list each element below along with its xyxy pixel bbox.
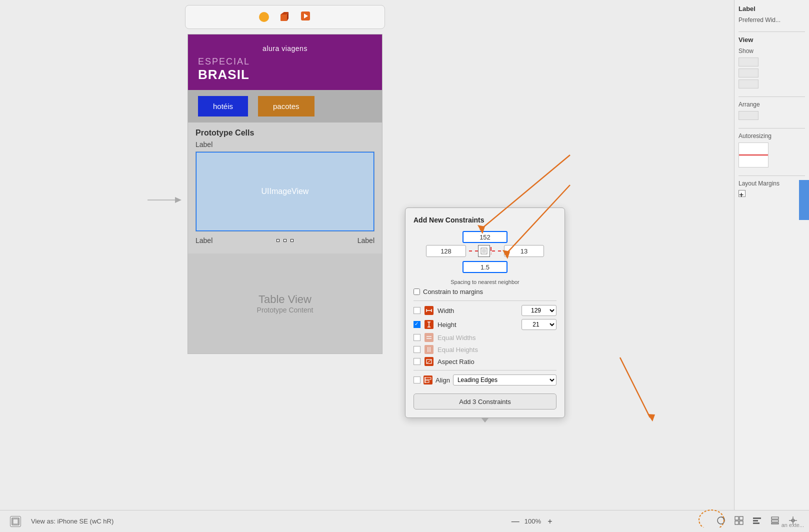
toolbar — [185, 5, 385, 29]
svg-rect-43 — [772, 523, 778, 524]
constrain-margins-label: Constrain to margins — [423, 288, 483, 296]
divider-4 — [738, 176, 805, 176]
layout-margins-section: Layout Margins + — [738, 180, 805, 197]
prototype-cells-title: Prototype Cells — [196, 128, 374, 138]
label-left: Label — [196, 236, 212, 244]
spacing-note: Spacing to nearest neighbor — [414, 279, 556, 285]
zoom-level: 100% — [524, 518, 541, 525]
selection-border — [196, 152, 374, 231]
view-control-2[interactable] — [738, 68, 758, 78]
align-label: Align — [436, 376, 450, 384]
equal-heights-checkbox[interactable] — [414, 346, 420, 353]
height-value-select[interactable]: 21 — [522, 319, 556, 330]
align-checkbox[interactable] — [414, 376, 420, 384]
constrain-margins-checkbox[interactable] — [414, 288, 420, 295]
width-checkbox[interactable] — [414, 307, 420, 314]
width-row: Width 129 — [414, 305, 556, 316]
right-panel: Label Preferred Wid... View Show Arrange… — [734, 0, 809, 532]
equal-widths-checkbox[interactable] — [414, 334, 420, 341]
label-row: Label Label — [196, 234, 374, 248]
table-view-section: Table View Prototype Content — [188, 254, 382, 354]
add-constraints-button[interactable]: Add 3 Constraints — [414, 394, 556, 410]
height-label: Height — [438, 321, 518, 328]
app-header: alura viagens ESPECIAL BRASIL — [188, 34, 382, 90]
play-icon — [300, 10, 311, 24]
left-spacing-input[interactable] — [426, 245, 466, 257]
aspect-ratio-row: Aspect Ratio — [414, 357, 556, 366]
autoresizing-item: Autoresizing — [738, 132, 805, 140]
layout-margins-item: Layout Margins — [738, 180, 805, 187]
height-icon — [424, 320, 434, 329]
aspect-ratio-checkbox[interactable] — [414, 358, 420, 365]
arrange-control[interactable] — [738, 111, 758, 120]
aspect-ratio-icon — [424, 357, 434, 366]
view-section-title: View — [738, 36, 805, 44]
bottom-spacing-input[interactable] — [462, 261, 508, 273]
hoteis-button[interactable]: hotéis — [198, 96, 248, 116]
equal-heights-label: Equal Heights — [438, 346, 556, 354]
divider-3 — [738, 128, 805, 128]
autoresizing-section: Autoresizing — [738, 132, 805, 168]
zoom-minus-button[interactable]: — — [510, 516, 520, 526]
svg-rect-35 — [740, 516, 743, 520]
view-control-3[interactable] — [738, 80, 758, 88]
spacing-middle: ↓ — [426, 245, 544, 257]
grid-icon-button[interactable] — [733, 516, 745, 528]
height-row: Height 21 — [414, 319, 556, 330]
svg-rect-38 — [753, 518, 761, 519]
spacing-top — [462, 231, 508, 243]
autoresizing-box — [738, 142, 768, 168]
spacing-visual: ↓ — [469, 245, 501, 257]
height-checkbox[interactable] — [414, 321, 420, 328]
equal-widths-label: Equal Widths — [438, 334, 556, 342]
iphone-simulator: alura viagens ESPECIAL BRASIL hotéis pac… — [188, 34, 382, 354]
top-spacing-input[interactable] — [462, 231, 508, 243]
arrange-item: Arrange — [738, 101, 805, 108]
bottom-bar: View as: iPhone SE (wC hR) — 100% + — [0, 510, 809, 532]
right-spacing-input[interactable] — [504, 245, 544, 257]
equal-heights-row: Equal Heights — [414, 345, 556, 354]
handle-3 — [290, 239, 294, 242]
divider-1 — [738, 32, 805, 32]
zoom-plus-button[interactable]: + — [545, 516, 555, 526]
view-as-text: View as: iPhone SE (wC hR) — [31, 518, 114, 525]
label-right: Label — [358, 236, 374, 244]
constraints-popup: Add New Constraints ↓ — [405, 208, 565, 418]
svg-line-28 — [620, 358, 650, 418]
equal-widths-icon — [424, 333, 434, 342]
label-section: Label Preferred Wid... — [738, 5, 805, 24]
align-row: Align Leading Edges — [414, 374, 556, 386]
pacotes-button[interactable]: pacotes — [258, 96, 314, 116]
show-control[interactable] — [738, 58, 758, 66]
align-icon-button[interactable] — [751, 516, 763, 528]
arrow-indicator — [148, 194, 182, 208]
align-dropdown[interactable]: Leading Edges — [453, 374, 556, 386]
constrain-to-margins-row: Constrain to margins — [414, 288, 556, 296]
view-section: View Show — [738, 36, 805, 88]
dash-left — [469, 250, 478, 252]
svg-rect-36 — [735, 521, 738, 524]
right-panel-label-title: Label — [738, 5, 805, 12]
blue-accent-bar — [799, 180, 809, 220]
stack-icon-button[interactable] — [769, 516, 781, 528]
red-bar — [739, 154, 768, 156]
aspect-ratio-label: Aspect Ratio — [438, 358, 556, 366]
equal-heights-icon — [424, 345, 434, 354]
show-item: Show — [738, 48, 805, 54]
svg-marker-6 — [175, 197, 182, 203]
svg-rect-21 — [425, 378, 431, 380]
spacing-bottom — [462, 261, 508, 273]
svg-point-47 — [699, 510, 724, 528]
svg-rect-8 — [482, 250, 486, 252]
zoom-controls: — 100% + — [510, 516, 555, 526]
width-value-select[interactable]: 129 — [522, 305, 556, 316]
spacing-diagram: ↓ — [414, 231, 556, 273]
handle-1 — [276, 239, 280, 242]
svg-rect-42 — [772, 520, 778, 522]
layout-margins-control[interactable]: + — [738, 190, 746, 197]
align-icon — [424, 376, 432, 384]
width-icon — [424, 306, 434, 315]
svg-rect-22 — [425, 380, 429, 382]
uiimageview-cell: UIImageView — [196, 152, 374, 232]
popup-tail — [481, 418, 489, 422]
